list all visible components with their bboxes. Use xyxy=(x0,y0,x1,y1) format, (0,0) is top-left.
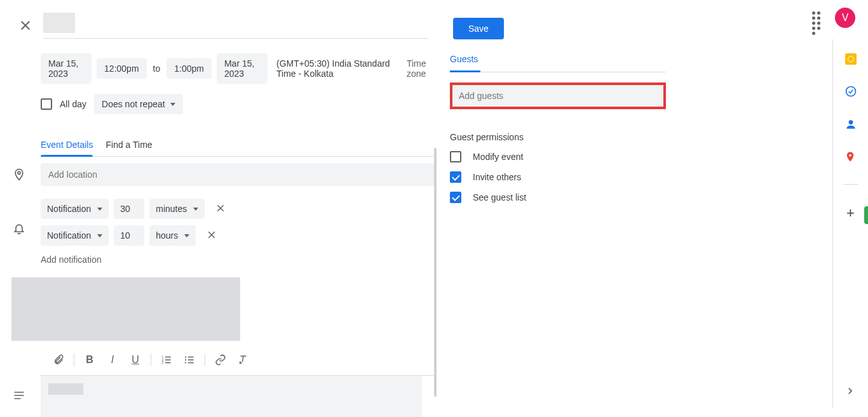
modify-event-label: Modify event xyxy=(473,152,523,162)
italic-icon: I xyxy=(111,354,114,366)
svg-point-4 xyxy=(185,356,186,357)
tab-event-details[interactable]: Event Details xyxy=(41,140,93,156)
side-accent xyxy=(864,206,868,224)
recurrence-label: Does not repeat xyxy=(102,99,165,109)
svg-point-9 xyxy=(849,154,851,157)
end-time-chip[interactable]: 1:00pm xyxy=(166,58,212,79)
bold-button[interactable]: B xyxy=(79,350,100,370)
chevron-down-icon xyxy=(97,234,102,237)
link-icon xyxy=(215,354,226,366)
timezone-link[interactable]: Time zone xyxy=(407,58,435,79)
tasks-icon[interactable] xyxy=(844,85,857,98)
close-button[interactable] xyxy=(18,18,33,33)
start-time-chip[interactable]: 12:00pm xyxy=(97,58,146,79)
chevron-down-icon xyxy=(184,234,189,237)
svg-point-7 xyxy=(846,87,855,96)
bold-icon: B xyxy=(86,354,93,366)
notification-value-input[interactable]: 10 xyxy=(114,225,144,246)
svg-point-6 xyxy=(185,362,186,363)
underline-button[interactable]: U xyxy=(125,350,146,370)
google-apps-icon[interactable] xyxy=(811,10,826,25)
description-input[interactable] xyxy=(41,376,422,417)
side-panel: + xyxy=(832,39,868,407)
link-button[interactable] xyxy=(210,350,231,370)
guests-underline xyxy=(450,72,666,72)
add-notification-link[interactable]: Add notification xyxy=(41,255,435,265)
numbered-list-button[interactable]: 123 xyxy=(156,350,177,370)
separator xyxy=(205,354,205,366)
see-guest-list-label: See guest list xyxy=(473,192,526,202)
underline-icon: U xyxy=(132,354,139,366)
modify-event-checkbox[interactable] xyxy=(450,151,461,162)
maps-icon[interactable] xyxy=(844,151,857,164)
notification-type-dropdown[interactable]: Notification xyxy=(41,225,109,246)
invite-others-checkbox[interactable] xyxy=(450,171,461,183)
clear-formatting-button[interactable] xyxy=(233,350,254,370)
svg-point-8 xyxy=(848,120,853,124)
attach-button[interactable] xyxy=(48,350,69,370)
timezone-text: (GMT+05:30) India Standard Time - Kolkat… xyxy=(276,58,394,79)
scroll-indicator[interactable] xyxy=(434,148,437,397)
description-text xyxy=(48,383,83,395)
end-date-chip[interactable]: Mar 15, 2023 xyxy=(217,53,268,84)
add-guests-highlight xyxy=(450,83,666,109)
recurrence-dropdown[interactable]: Does not repeat xyxy=(94,94,183,114)
collapse-panel-button[interactable] xyxy=(844,385,857,400)
remove-notification-button[interactable] xyxy=(215,202,227,215)
allday-label: All day xyxy=(60,99,86,109)
svg-point-0 xyxy=(18,171,20,174)
contacts-icon[interactable] xyxy=(844,118,857,131)
bulleted-list-button[interactable] xyxy=(179,350,200,370)
svg-point-5 xyxy=(185,359,186,361)
chevron-down-icon xyxy=(97,208,102,211)
notification-type-dropdown[interactable]: Notification xyxy=(41,199,109,219)
notification-unit-dropdown[interactable]: hours xyxy=(149,225,196,246)
see-guest-list-checkbox[interactable] xyxy=(450,192,461,203)
avatar[interactable]: V xyxy=(835,8,855,28)
location-input[interactable] xyxy=(41,163,435,186)
location-icon xyxy=(13,168,25,181)
add-addon-button[interactable]: + xyxy=(846,205,855,222)
notification-value-input[interactable]: 30 xyxy=(114,199,144,219)
start-date-chip[interactable]: Mar 15, 2023 xyxy=(41,53,92,84)
description-icon xyxy=(13,389,25,402)
remove-notification-button[interactable] xyxy=(206,229,219,242)
save-button[interactable]: Save xyxy=(453,18,504,39)
bulleted-list-icon xyxy=(184,354,195,366)
separator xyxy=(151,354,151,366)
svg-text:3: 3 xyxy=(162,361,164,364)
italic-button[interactable]: I xyxy=(102,350,123,370)
notification-icon xyxy=(13,222,25,235)
placeholder-block xyxy=(11,277,240,341)
chevron-right-icon xyxy=(844,385,857,397)
tab-find-a-time[interactable]: Find a Time xyxy=(105,140,152,156)
separator xyxy=(74,354,74,366)
to-label: to xyxy=(152,63,162,74)
numbered-list-icon: 123 xyxy=(161,354,172,366)
close-icon xyxy=(18,18,33,33)
keep-icon[interactable] xyxy=(845,53,857,65)
close-icon xyxy=(215,202,226,214)
clear-format-icon xyxy=(238,354,249,366)
invite-others-label: Invite others xyxy=(473,172,521,182)
notification-unit-dropdown[interactable]: minutes xyxy=(149,199,205,219)
guest-permissions-title: Guest permissions xyxy=(450,132,666,142)
chevron-down-icon xyxy=(170,103,175,106)
event-title-input[interactable] xyxy=(43,13,75,33)
side-separator xyxy=(843,184,858,185)
close-icon xyxy=(206,229,217,241)
allday-checkbox[interactable] xyxy=(41,98,52,110)
title-underline xyxy=(43,38,428,39)
attach-icon xyxy=(53,354,64,366)
tab-guests[interactable]: Guests xyxy=(450,54,480,72)
chevron-down-icon xyxy=(193,208,198,211)
add-guests-input[interactable] xyxy=(452,85,663,107)
